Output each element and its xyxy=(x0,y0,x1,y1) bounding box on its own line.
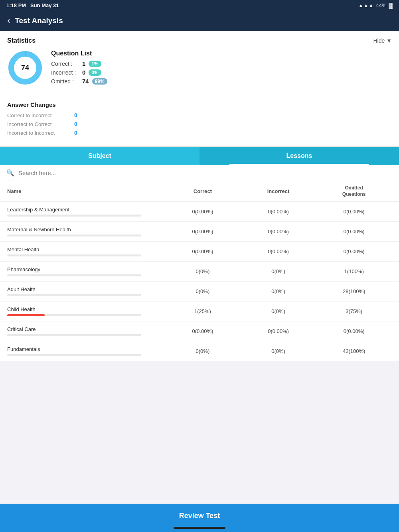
row-correct: 0(0.00%) xyxy=(165,328,241,334)
question-list-info: Question List Correct : 1 1% Incorrect :… xyxy=(51,50,392,87)
page-title: Test Analysis xyxy=(15,16,63,25)
row-bar-bg xyxy=(7,234,141,236)
omitted-count: 74 xyxy=(82,78,89,85)
row-correct: 0(0.00%) xyxy=(165,248,241,254)
donut-total: 74 xyxy=(21,64,29,72)
row-omitted: 42(100%) xyxy=(316,348,392,354)
table-row: Leadership & Management 0(0.00%) 0(0.00%… xyxy=(0,202,399,222)
row-name-text: Leadership & Management xyxy=(7,207,165,213)
status-icons: ▲▲▲ 44% ▓ xyxy=(358,2,393,8)
row-omitted: 3(75%) xyxy=(316,308,392,314)
row-name-col: Fundamentals xyxy=(7,346,165,356)
donut-chart: 74 xyxy=(7,50,43,86)
statistics-section: Statistics Hide ▼ 74 Question List Corre… xyxy=(0,31,399,147)
row-bar-bg xyxy=(7,215,141,217)
row-omitted: 28(100%) xyxy=(316,288,392,294)
table-row: Child Health 1(25%) 0(0%) 3(75%) xyxy=(0,301,399,321)
answer-change-row: Incorrect to Incorrect0 xyxy=(7,130,392,136)
omitted-badge: 99% xyxy=(92,78,107,85)
row-name-text: Child Health xyxy=(7,306,165,312)
row-name-col: Adult Health xyxy=(7,286,165,296)
ac-value: 0 xyxy=(74,130,77,136)
row-correct: 1(25%) xyxy=(165,308,241,314)
statistics-title: Statistics xyxy=(7,37,36,44)
table-row: Maternal & Newborn Health 0(0.00%) 0(0.0… xyxy=(0,222,399,242)
row-bar-bg xyxy=(7,354,141,356)
incorrect-label: Incorrect : xyxy=(51,69,79,76)
table-row: Fundamentals 0(0%) 0(0%) 42(100%) xyxy=(0,341,399,361)
col-header-name: Name xyxy=(7,188,165,194)
row-incorrect: 0(0%) xyxy=(241,268,316,274)
row-omitted: 0(0.00%) xyxy=(316,328,392,334)
omitted-row: Omitted : 74 99% xyxy=(51,78,392,85)
row-name-text: Adult Health xyxy=(7,286,165,292)
answer-change-row: Incorrect to Correct0 xyxy=(7,121,392,127)
hide-button[interactable]: Hide ▼ xyxy=(373,37,392,44)
header: ‹ Test Analysis xyxy=(0,11,399,31)
row-incorrect: 0(0%) xyxy=(241,288,316,294)
review-test-label: Review Test xyxy=(179,512,220,520)
row-name-text: Critical Care xyxy=(7,326,165,332)
row-name-col: Critical Care xyxy=(7,326,165,336)
ac-label: Incorrect to Correct xyxy=(7,121,71,127)
battery-label: 44% xyxy=(376,2,386,8)
omitted-label: Omitted : xyxy=(51,78,79,85)
row-incorrect: 0(0.00%) xyxy=(241,328,316,334)
col-header-correct: Correct xyxy=(165,188,241,194)
row-omitted: 0(0.00%) xyxy=(316,209,392,215)
table-row: Mental Health 0(0.00%) 0(0.00%) 0(0.00%) xyxy=(0,242,399,262)
row-incorrect: 0(0%) xyxy=(241,348,316,354)
back-button[interactable]: ‹ xyxy=(7,16,10,26)
battery-icon: ▓ xyxy=(389,2,393,8)
row-bar-bg xyxy=(7,314,141,316)
question-list-area: 74 Question List Correct : 1 1% Incorrec… xyxy=(7,50,392,94)
wifi-icon: ▲▲▲ xyxy=(358,2,374,8)
row-name-col: Mental Health xyxy=(7,246,165,256)
row-correct: 0(0%) xyxy=(165,268,241,274)
row-omitted: 0(0.00%) xyxy=(316,248,392,254)
search-bar: 🔍 xyxy=(0,165,399,181)
incorrect-row: Incorrect : 0 0% xyxy=(51,69,392,76)
table-row: Critical Care 0(0.00%) 0(0.00%) 0(0.00%) xyxy=(0,321,399,341)
col-header-omitted: OmittedQuestions xyxy=(316,185,392,197)
row-correct: 0(0%) xyxy=(165,288,241,294)
row-name-col: Maternal & Newborn Health xyxy=(7,227,165,236)
ac-value: 0 xyxy=(74,112,77,118)
col-header-incorrect: Incorrect xyxy=(241,188,316,194)
row-bar-bg xyxy=(7,274,141,276)
row-name-text: Pharmacology xyxy=(7,266,165,272)
status-bar: 1:18 PM Sun May 31 ▲▲▲ 44% ▓ xyxy=(0,0,399,11)
table-row: Adult Health 0(0%) 0(0%) 28(100%) xyxy=(0,282,399,301)
row-bar-fill xyxy=(7,314,45,316)
answer-change-row: Correct to Incorrect0 xyxy=(7,112,392,118)
row-omitted: 0(0.00%) xyxy=(316,229,392,234)
correct-label: Correct : xyxy=(51,61,79,67)
tabs-bar: Subject Lessons xyxy=(0,147,399,165)
incorrect-count: 0 xyxy=(82,69,85,76)
row-correct: 0(0.00%) xyxy=(165,209,241,215)
ac-label: Incorrect to Incorrect xyxy=(7,130,71,136)
answer-changes-title: Answer Changes xyxy=(7,101,392,108)
row-name-text: Maternal & Newborn Health xyxy=(7,227,165,233)
correct-row: Correct : 1 1% xyxy=(51,60,392,67)
incorrect-badge: 0% xyxy=(89,69,101,76)
row-bar-bg xyxy=(7,334,141,336)
row-incorrect: 0(0.00%) xyxy=(241,209,316,215)
row-incorrect: 0(0.00%) xyxy=(241,229,316,234)
row-name-text: Fundamentals xyxy=(7,346,165,352)
row-name-col: Leadership & Management xyxy=(7,207,165,217)
correct-count: 1 xyxy=(82,60,85,67)
row-incorrect: 0(0.00%) xyxy=(241,248,316,254)
table-header: Name Correct Incorrect OmittedQuestions xyxy=(0,181,399,202)
data-table: Name Correct Incorrect OmittedQuestions … xyxy=(0,181,399,361)
search-icon: 🔍 xyxy=(6,169,14,177)
row-correct: 0(0%) xyxy=(165,348,241,354)
correct-badge: 1% xyxy=(89,61,101,67)
tab-lessons[interactable]: Lessons xyxy=(200,147,399,165)
row-omitted: 1(100%) xyxy=(316,268,392,274)
ac-value: 0 xyxy=(74,121,77,127)
search-input[interactable] xyxy=(18,169,393,176)
row-bar-bg xyxy=(7,294,141,296)
tab-subject[interactable]: Subject xyxy=(0,147,200,165)
answer-changes: Answer Changes Correct to Incorrect0Inco… xyxy=(7,101,392,136)
